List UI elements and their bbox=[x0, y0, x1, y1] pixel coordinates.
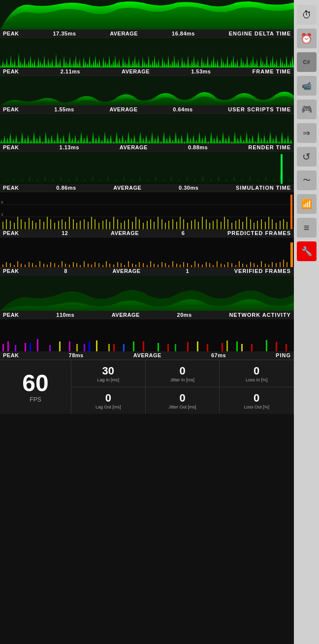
svg-rect-196 bbox=[143, 341, 144, 351]
svg-rect-173 bbox=[7, 341, 9, 351]
simulation-time-labels: PEAK 0.86ms AVERAGE 0.30ms SIMULATION TI… bbox=[0, 184, 294, 192]
svg-rect-64 bbox=[198, 222, 199, 229]
predicted-frames-labels: PEAK 12 AVERAGE 6 PREDICTED FRAMES bbox=[0, 229, 294, 237]
svg-rect-125 bbox=[128, 261, 129, 267]
svg-rect-97 bbox=[25, 265, 26, 267]
svg-rect-104 bbox=[50, 262, 51, 267]
svg-rect-160 bbox=[257, 265, 258, 267]
svg-rect-99 bbox=[32, 263, 33, 267]
ft-peak-val: 2.11ms bbox=[61, 68, 80, 74]
svg-rect-60 bbox=[183, 219, 184, 229]
pulse-icon-btn[interactable]: 〜 bbox=[297, 170, 317, 190]
camera-plus-icon-btn[interactable]: 📹 bbox=[297, 76, 317, 96]
svg-rect-46 bbox=[132, 222, 133, 229]
svg-rect-163 bbox=[268, 265, 269, 267]
tools-icon-btn[interactable]: 🔧 bbox=[297, 241, 317, 261]
ping-section: PEAK 78ms AVERAGE 67ms PING bbox=[0, 319, 294, 360]
render-time-labels: PEAK 1.13ms AVERAGE 0.88ms RENDER TIME bbox=[0, 143, 294, 151]
svg-rect-92 bbox=[6, 262, 7, 267]
svg-rect-98 bbox=[29, 262, 30, 267]
rt-peak: PEAK bbox=[3, 144, 19, 150]
svg-rect-182 bbox=[123, 344, 125, 351]
svg-rect-137 bbox=[172, 261, 173, 267]
svg-rect-127 bbox=[135, 265, 136, 267]
stopwatch-icon-btn[interactable]: ⏱ bbox=[297, 5, 317, 25]
svg-rect-189 bbox=[241, 344, 243, 351]
lag-out-value: 0 bbox=[105, 392, 111, 405]
csharp-icon-btn[interactable]: C# bbox=[297, 52, 317, 72]
svg-rect-79 bbox=[254, 223, 255, 229]
frame-time-section: PEAK 2.11ms AVERAGE 1.53ms FRAME TIME bbox=[0, 38, 294, 76]
svg-rect-169 bbox=[290, 242, 293, 267]
svg-rect-183 bbox=[59, 341, 61, 351]
stats-col-3: 0 Loss In [%] 0 Loss Out [%] bbox=[220, 360, 294, 414]
fps-value: 60 bbox=[22, 372, 48, 395]
svg-rect-54 bbox=[161, 219, 162, 229]
loss-out-value: 0 bbox=[254, 392, 259, 405]
fps-label: FPS bbox=[30, 396, 41, 403]
svg-rect-38 bbox=[102, 221, 103, 229]
svg-rect-139 bbox=[180, 265, 181, 267]
svg-rect-148 bbox=[213, 265, 214, 267]
svg-rect-203 bbox=[286, 344, 287, 351]
simulation-time-section: PEAK 0.86ms AVERAGE 0.30ms SIMULATION TI… bbox=[0, 152, 294, 192]
svg-rect-155 bbox=[239, 261, 240, 267]
svg-rect-149 bbox=[217, 261, 218, 267]
network-activity-section: PEAK 110ms AVERAGE 20ms NETWORK ACTIVITY bbox=[0, 275, 294, 319]
svg-rect-106 bbox=[58, 265, 59, 267]
svg-rect-31 bbox=[76, 223, 77, 229]
wifi-icon-btn[interactable]: 📶 bbox=[297, 194, 317, 214]
arrows-right-icon-btn[interactable]: ⇒ bbox=[297, 123, 317, 143]
st-peak: PEAK bbox=[3, 185, 19, 191]
gamepad-icon-btn[interactable]: 🎮 bbox=[297, 100, 317, 119]
engine-dt-avg-val: 16.84ms bbox=[172, 31, 195, 36]
svg-rect-161 bbox=[261, 261, 262, 267]
user-scripts-chart bbox=[0, 76, 294, 105]
svg-rect-151 bbox=[224, 265, 225, 267]
na-title: NETWORK ACTIVITY bbox=[229, 312, 291, 318]
frame-time-chart bbox=[0, 38, 294, 68]
svg-rect-82 bbox=[265, 222, 266, 229]
svg-rect-191 bbox=[158, 343, 159, 351]
svg-rect-118 bbox=[102, 265, 103, 267]
svg-rect-35 bbox=[91, 217, 92, 229]
network-activity-chart bbox=[0, 275, 294, 311]
svg-rect-101 bbox=[39, 261, 40, 267]
ft-avg: AVERAGE bbox=[122, 68, 150, 74]
svg-rect-72 bbox=[227, 219, 228, 229]
svg-rect-138 bbox=[176, 264, 177, 267]
svg-rect-28 bbox=[65, 222, 66, 229]
svg-rect-91 bbox=[2, 265, 3, 267]
vf-avg: AVERAGE bbox=[113, 268, 141, 274]
svg-rect-18 bbox=[29, 218, 30, 229]
lag-in-value: 30 bbox=[102, 365, 114, 377]
svg-rect-15 bbox=[17, 217, 18, 229]
user-scripts-section: PEAK 1.55ms AVERAGE 0.64ms USER SCRIPTS … bbox=[0, 76, 294, 114]
verified-frames-chart bbox=[0, 237, 294, 267]
svg-rect-201 bbox=[251, 344, 253, 351]
ping-chart bbox=[0, 319, 294, 351]
svg-rect-197 bbox=[167, 344, 169, 351]
svg-rect-164 bbox=[272, 262, 273, 267]
svg-rect-71 bbox=[224, 217, 225, 229]
svg-rect-43 bbox=[121, 223, 122, 229]
svg-rect-19 bbox=[32, 221, 33, 229]
svg-rect-133 bbox=[158, 265, 159, 267]
svg-rect-47 bbox=[135, 217, 136, 229]
svg-rect-77 bbox=[246, 217, 247, 229]
svg-rect-202 bbox=[276, 342, 277, 351]
svg-rect-135 bbox=[165, 263, 166, 267]
clock-icon-btn[interactable]: ⏰ bbox=[297, 29, 317, 48]
refresh-icon-btn[interactable]: ↺ bbox=[297, 147, 317, 167]
svg-rect-56 bbox=[168, 221, 169, 229]
us-avg: AVERAGE bbox=[109, 106, 137, 112]
ping-title: PING bbox=[276, 352, 291, 358]
jitter-in-cell: 0 Jitter In [ms] bbox=[146, 360, 220, 387]
svg-rect-147 bbox=[209, 263, 210, 267]
verified-frames-labels: PEAK 8 AVERAGE 1 VERIFIED FRAMES bbox=[0, 267, 294, 275]
svg-rect-25 bbox=[54, 223, 55, 229]
svg-rect-30 bbox=[73, 219, 74, 229]
st-avg: AVERAGE bbox=[113, 185, 141, 191]
list-icon-btn[interactable]: ≡ bbox=[297, 218, 317, 237]
svg-rect-166 bbox=[280, 262, 281, 267]
